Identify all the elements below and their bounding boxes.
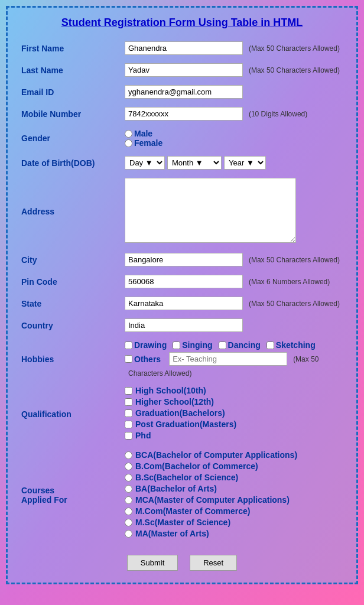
qual-label-0: High School(10th) [135,386,206,395]
row-dob: Date of Birth(DOB) Day ▼1234567891011121… [17,152,347,174]
cell-address [120,174,347,249]
hobby-others-check[interactable] [125,355,132,363]
last-name-hint: (Max 50 Characters Allowed) [249,66,340,74]
course-radio-0[interactable] [125,451,132,459]
page-title: Student Registration Form Using Table in… [17,14,347,29]
course-item-7: MA(Master of Arts) [125,529,343,538]
qual-item-0: High School(10th) [125,386,343,395]
course-item-0: BCA(Bachelor of Computer Applications) [125,450,343,460]
gender-male-label[interactable]: Male [125,129,339,138]
course-radio-6[interactable] [125,519,132,526]
course-label-3: BA(Bachelor of Arts) [135,484,217,493]
course-item-5: M.Com(Master of Commerce) [125,506,343,516]
state-input[interactable] [125,297,243,310]
course-radio-2[interactable] [125,474,132,482]
course-item-6: M.Sc(Master of Science) [125,518,343,527]
qual-label-1: Higher School(12th) [135,397,214,406]
hobby-drawing-check[interactable] [125,341,132,349]
cell-qualification: High School(10th) Higher School(12th) Gr… [120,382,347,446]
mobile-hint: (10 Digits Allowed) [249,110,307,118]
hobby-singing[interactable]: Singing [173,340,212,350]
cell-pincode: (Max 6 Numbers Allowed) [120,271,347,292]
course-label-6: M.Sc(Master of Science) [135,518,230,527]
hobby-sketching[interactable]: Sketching [266,340,316,350]
label-country: Country [17,314,120,336]
registration-table: First Name (Max 50 Characters Allowed) L… [17,37,347,544]
label-city: City [17,249,120,271]
row-city: City (Max 50 Characters Allowed) [17,249,347,271]
gender-male-radio[interactable] [125,130,132,138]
first-name-input[interactable] [125,41,243,55]
dob-month-select[interactable]: Month ▼JanuaryFebruaryMarchAprilMayJuneJ… [167,156,222,170]
qual-item-3: Post Graduation(Masters) [125,419,343,429]
hobby-others-hint: (Max 50 [293,355,318,363]
course-radio-4[interactable] [125,496,132,504]
button-row: Submit Reset [17,555,347,571]
pincode-hint: (Max 6 Numbers Allowed) [249,278,330,286]
cell-city: (Max 50 Characters Allowed) [120,249,347,271]
reset-button[interactable]: Reset [190,555,237,571]
hobbies-row1: Drawing Singing Dancing [125,340,343,350]
address-textarea[interactable] [125,178,296,243]
row-gender: Gender Male Female [17,125,347,152]
course-radio-1[interactable] [125,463,132,470]
hobby-singing-check[interactable] [173,341,180,349]
label-email: Email ID [17,81,120,103]
cell-gender: Male Female [120,125,347,152]
row-email: Email ID [17,81,347,103]
course-item-4: MCA(Master of Computer Applications) [125,495,343,505]
mobile-input[interactable] [125,107,243,121]
hobby-others[interactable]: Others [125,354,161,364]
label-mobile: Mobile Number [17,103,120,125]
last-name-input[interactable] [125,63,243,77]
city-input[interactable] [125,253,243,266]
qual-item-1: Higher School(12th) [125,397,343,406]
cell-mobile: (10 Digits Allowed) [120,103,347,125]
country-input[interactable] [125,318,243,332]
label-first-name: First Name [17,37,120,59]
pincode-input[interactable] [125,275,243,288]
course-radio-3[interactable] [125,485,132,493]
hobby-dancing-check[interactable] [219,341,226,349]
gender-female-label[interactable]: Female [125,138,339,148]
cell-country [120,314,347,336]
qual-label-2: Graduation(Bachelors) [135,408,225,418]
email-input[interactable] [125,85,243,99]
submit-button[interactable]: Submit [127,555,178,571]
qual-check-3[interactable] [125,421,132,428]
gender-female-radio[interactable] [125,139,132,147]
hobby-hint-text: Characters Allowed) [128,369,191,378]
hobby-sketching-check[interactable] [266,341,274,349]
hobby-hint-cont: Characters Allowed) [125,368,343,378]
label-dob: Date of Birth(DOB) [17,152,120,174]
cell-courses: BCA(Bachelor of Computer Applications) B… [120,446,347,544]
dob-year-select[interactable]: Year ▼2024202320222021202020192018201720… [224,156,266,170]
course-radio-5[interactable] [125,508,132,515]
row-state: State (Max 50 Characters Allowed) [17,292,347,314]
course-label-1: B.Com(Bachelor of Commerce) [135,461,258,471]
qual-check-4[interactable] [125,432,132,440]
qual-check-0[interactable] [125,387,132,395]
state-hint: (Max 50 Characters Allowed) [249,300,340,308]
qual-check-2[interactable] [125,409,132,417]
row-mobile: Mobile Number (10 Digits Allowed) [17,103,347,125]
hobby-drawing-label: Drawing [134,340,167,350]
course-item-2: B.Sc(Bachelor of Science) [125,473,343,482]
cell-state: (Max 50 Characters Allowed) [120,292,347,314]
cell-dob: Day ▼12345678910111213141516171819202122… [120,152,347,174]
cell-first-name: (Max 50 Characters Allowed) [120,37,347,59]
row-pincode: Pin Code (Max 6 Numbers Allowed) [17,271,347,292]
course-radio-7[interactable] [125,530,132,538]
dob-day-select[interactable]: Day ▼12345678910111213141516171819202122… [125,156,165,170]
hobby-sketching-label: Sketching [276,340,316,350]
label-pincode: Pin Code [17,271,120,292]
hobby-others-input[interactable] [169,352,287,366]
hobby-drawing[interactable]: Drawing [125,340,167,350]
courses-list: BCA(Bachelor of Computer Applications) B… [125,450,343,538]
label-courses: CoursesApplied For [17,446,120,544]
row-courses: CoursesApplied For BCA(Bachelor of Compu… [17,446,347,544]
hobby-dancing[interactable]: Dancing [219,340,261,350]
qual-item-4: Phd [125,431,343,440]
qual-check-1[interactable] [125,398,132,406]
row-country: Country [17,314,347,336]
